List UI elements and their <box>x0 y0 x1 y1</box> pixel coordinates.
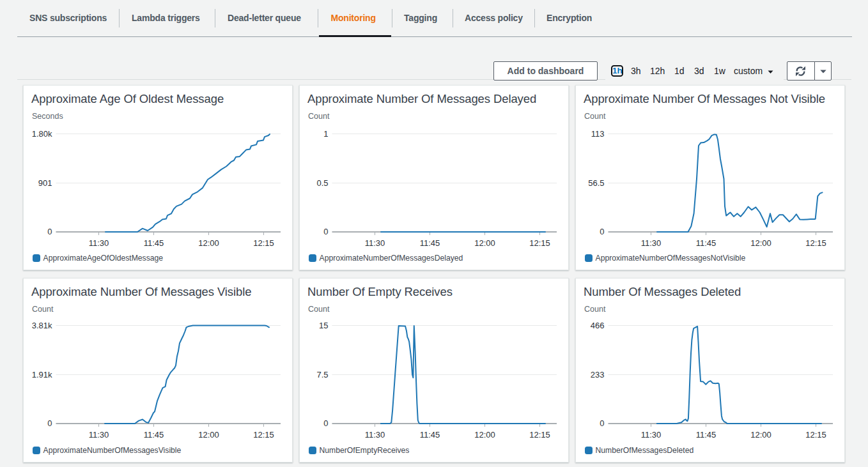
svg-text:11:45: 11:45 <box>420 430 440 440</box>
svg-text:11:30: 11:30 <box>365 430 385 440</box>
svg-text:12:15: 12:15 <box>529 238 550 248</box>
svg-text:0: 0 <box>47 227 52 236</box>
svg-text:11:30: 11:30 <box>641 430 662 440</box>
svg-text:1.80k: 1.80k <box>32 129 52 139</box>
svg-text:0: 0 <box>47 418 52 428</box>
svg-text:0: 0 <box>600 227 604 236</box>
svg-text:12:00: 12:00 <box>750 430 771 440</box>
svg-text:12:00: 12:00 <box>474 430 495 440</box>
svg-text:0: 0 <box>323 227 328 236</box>
svg-text:11:30: 11:30 <box>89 238 109 248</box>
svg-text:12:00: 12:00 <box>474 238 495 248</box>
svg-text:12:00: 12:00 <box>750 238 771 248</box>
svg-text:11:45: 11:45 <box>144 430 164 440</box>
svg-text:11:30: 11:30 <box>89 430 109 440</box>
svg-text:7.5: 7.5 <box>316 370 328 379</box>
svg-text:0.5: 0.5 <box>316 178 328 188</box>
svg-text:113: 113 <box>591 129 605 139</box>
svg-text:12:15: 12:15 <box>805 238 826 248</box>
svg-text:12:15: 12:15 <box>529 430 550 440</box>
svg-text:1: 1 <box>323 129 328 139</box>
svg-text:12:00: 12:00 <box>198 238 219 248</box>
svg-text:3.81k: 3.81k <box>32 321 52 330</box>
svg-text:11:45: 11:45 <box>144 238 164 248</box>
svg-text:12:00: 12:00 <box>198 430 219 440</box>
svg-text:0: 0 <box>323 418 328 428</box>
svg-text:11:45: 11:45 <box>696 238 717 248</box>
svg-text:12:15: 12:15 <box>253 430 274 440</box>
svg-text:1.91k: 1.91k <box>32 370 52 379</box>
svg-text:466: 466 <box>591 321 605 330</box>
svg-text:11:45: 11:45 <box>696 430 717 440</box>
svg-text:233: 233 <box>591 370 605 379</box>
svg-text:0: 0 <box>600 418 604 428</box>
svg-text:11:45: 11:45 <box>420 238 440 248</box>
svg-text:11:30: 11:30 <box>365 238 385 248</box>
svg-text:15: 15 <box>319 321 328 330</box>
svg-text:12:15: 12:15 <box>805 430 826 440</box>
svg-text:11:30: 11:30 <box>641 238 662 248</box>
svg-text:901: 901 <box>38 178 52 188</box>
svg-text:56.5: 56.5 <box>588 178 604 188</box>
svg-text:12:15: 12:15 <box>253 238 274 248</box>
